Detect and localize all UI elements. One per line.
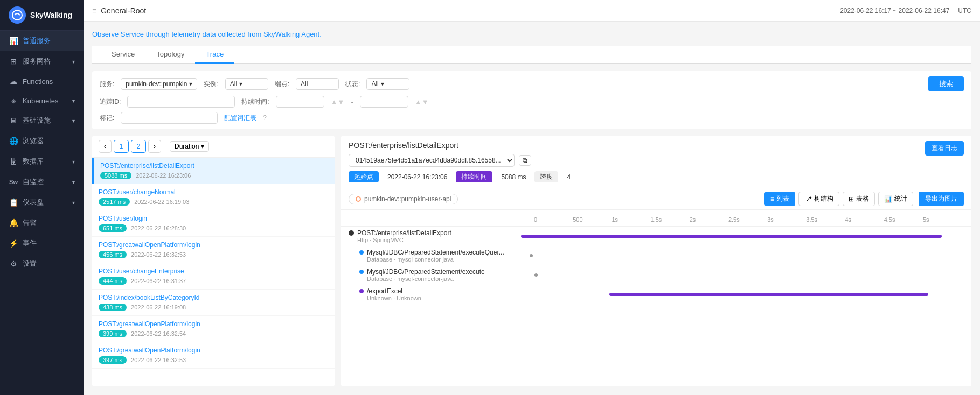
- bell-icon: 🔔: [9, 218, 18, 227]
- view-log-button[interactable]: 查看日志: [925, 141, 964, 156]
- trace-item[interactable]: POST:/user/changeNormal 2517 ms 2022-06-…: [92, 184, 335, 210]
- sidebar-item-alert[interactable]: 🔔 告警: [0, 213, 84, 233]
- trace-badge: 438 ms: [99, 304, 127, 311]
- trace-item-meta: 651 ms 2022-06-22 16:28:30: [99, 224, 328, 232]
- table-view-button[interactable]: ⊞ 表格: [843, 192, 875, 206]
- sidebar-item-label: 事件: [23, 238, 37, 248]
- tab-topology[interactable]: Topology: [145, 46, 195, 64]
- sidebar-logo: SkyWalking: [0, 0, 84, 31]
- help-icon[interactable]: ?: [263, 114, 267, 122]
- dashboard-icon: 📋: [9, 198, 18, 207]
- trace-list-panel: ‹ 1 2 › Duration ▾ POST:/enterprise/list…: [92, 136, 335, 386]
- span-dot-icon: [359, 289, 364, 293]
- service-select[interactable]: pumkin-dev::pumpkin ▾: [121, 78, 197, 90]
- duration-max-input[interactable]: [360, 96, 408, 108]
- sidebar-item-dashboard[interactable]: 📋 仪表盘 ▾: [0, 192, 84, 213]
- span-bar-container: [521, 272, 964, 278]
- trace-id-select[interactable]: 014519ae75fe4d51a1a7ecd4d8a90ddf.85.1655…: [349, 154, 515, 167]
- sidebar-item-general-service[interactable]: 📊 普通服务: [0, 31, 84, 51]
- page-2[interactable]: 2: [131, 140, 146, 153]
- span-info: Mysql/JDBC/PreparedStatement/execute Dat…: [349, 268, 521, 282]
- duration-min-input[interactable]: [276, 96, 324, 108]
- stats-view-button[interactable]: 📊 统计: [878, 192, 913, 206]
- page-title: General-Root: [101, 6, 146, 15]
- ruler-mark-5s: 5s: [923, 216, 962, 223]
- sidebar-item-functions[interactable]: ☁ Functions: [0, 72, 84, 91]
- trace-item[interactable]: POST:/greatwallOpenPlatform/login 397 ms…: [92, 342, 335, 369]
- chevron-down-icon: ▾: [239, 80, 242, 88]
- trace-item[interactable]: POST:/index/bookListByCategoryId 438 ms …: [92, 290, 335, 316]
- ruler-mark-3-5s: 3.5s: [806, 216, 845, 223]
- trace-item-name: POST:/user/changeEnterprise: [99, 267, 328, 275]
- list-view-button[interactable]: ≡ 列表: [764, 192, 795, 206]
- ruler-mark-500: 500: [573, 216, 611, 223]
- tag-label: 标记:: [100, 114, 114, 123]
- sidebar-item-self-monitor[interactable]: Sw 自监控 ▾: [0, 172, 84, 192]
- trace-item[interactable]: POST:/greatwallOpenPlatform/login 456 ms…: [92, 237, 335, 263]
- trace-item[interactable]: POST:/greatwallOpenPlatform/login 399 ms…: [92, 316, 335, 342]
- trace-badge: 651 ms: [99, 224, 127, 232]
- trace-item-meta: 456 ms 2022-06-22 16:32:53: [99, 251, 328, 258]
- trace-item-meta: 438 ms 2022-06-22 16:19:08: [99, 304, 328, 311]
- trace-badge: 5088 ms: [100, 172, 131, 179]
- span-name: Mysql/JDBC/PreparedStatement/executeQuer…: [367, 249, 504, 256]
- sidebar-item-infrastructure[interactable]: 🖥 基础设施 ▾: [0, 110, 84, 131]
- trace-item-name: POST:/greatwallOpenPlatform/login: [99, 320, 328, 328]
- trace-item-name: POST:/greatwallOpenPlatform/login: [99, 241, 328, 249]
- trace-item[interactable]: POST:/user/changeEnterprise 444 ms 2022-…: [92, 263, 335, 290]
- sidebar-item-label: 仪表盘: [23, 198, 44, 207]
- span-row[interactable]: Mysql/JDBC/PreparedStatement/execute Dat…: [341, 265, 971, 285]
- copy-icon[interactable]: ⧉: [519, 155, 531, 166]
- sort-select[interactable]: Duration ▾: [170, 141, 209, 152]
- span-name: POST:/enterprise/listDetailExport: [357, 229, 451, 237]
- filter-row-1: 服务: pumkin-dev::pumpkin ▾ 实例: All ▾ 端点: …: [100, 76, 964, 91]
- span-row[interactable]: /exportExcel Unknown · Unknown: [341, 285, 971, 304]
- tag-input[interactable]: [121, 112, 218, 124]
- toolbar-right: ≡ 列表 ⎇ 树结构 ⊞ 表格: [764, 192, 964, 206]
- breadcrumb-icon: ≡: [92, 6, 96, 15]
- spinner-up-icon-2: ▲▼: [415, 98, 429, 106]
- trace-detail-panel: POST:/enterprise/listDetailExport 014519…: [341, 136, 971, 386]
- endpoint-select[interactable]: All: [296, 78, 339, 90]
- sidebar-item-service-mesh[interactable]: ⊞ 服务网格 ▾: [0, 51, 84, 72]
- chevron-down-icon: ▾: [72, 59, 75, 65]
- trace-item-name: POST:/enterprise/listDetailExport: [100, 162, 328, 170]
- table-icon: ⊞: [849, 195, 854, 203]
- sidebar-item-kubernetes[interactable]: ⎈ Kubernetes ▾: [0, 91, 84, 110]
- k8s-icon: ⎈: [9, 96, 18, 105]
- page-1[interactable]: 1: [114, 140, 129, 153]
- span-dot-icon: [359, 270, 364, 274]
- tab-trace[interactable]: Trace: [195, 46, 234, 64]
- trace-time: 2022-06-22 16:32:53: [131, 251, 186, 258]
- trace-item[interactable]: POST:/enterprise/listDetailExport 5088 m…: [92, 158, 335, 184]
- tree-view-button[interactable]: ⎇ 树结构: [798, 192, 839, 206]
- ruler-mark-1-5s: 1.5s: [651, 216, 690, 223]
- export-button[interactable]: 导出为图片: [919, 192, 964, 206]
- sidebar-item-database[interactable]: 🗄 数据库 ▾: [0, 151, 84, 172]
- trace-id-input[interactable]: [127, 96, 235, 108]
- status-select[interactable]: All ▾: [366, 78, 409, 90]
- config-link[interactable]: 配置词汇表: [224, 114, 256, 123]
- instance-select[interactable]: All ▾: [225, 78, 268, 90]
- sidebar-item-settings[interactable]: ⚙ 设置: [0, 253, 84, 274]
- search-button[interactable]: 搜索: [928, 76, 964, 91]
- tab-service[interactable]: Service: [101, 46, 145, 64]
- trace-badge: 397 ms: [99, 356, 127, 364]
- span-sub: Http · SpringMVC: [349, 237, 515, 243]
- sidebar-item-label: Functions: [23, 77, 53, 86]
- datetime-range: 2022-06-22 16:17 ~ 2022-06-22 16:47: [840, 7, 949, 15]
- page-next-button[interactable]: ›: [148, 140, 161, 153]
- trace-item[interactable]: POST:/user/login 651 ms 2022-06-22 16:28…: [92, 210, 335, 237]
- span-row[interactable]: POST:/enterprise/listDetailExport Http ·…: [341, 227, 971, 246]
- sidebar-item-events[interactable]: ⚡ 事件: [0, 233, 84, 253]
- sidebar-item-browser[interactable]: 🌐 浏览器: [0, 131, 84, 151]
- span-info: /exportExcel Unknown · Unknown: [349, 287, 521, 301]
- trace-item-meta: 397 ms 2022-06-22 16:32:53: [99, 356, 328, 364]
- mesh-icon: ⊞: [9, 57, 18, 66]
- span-row[interactable]: Mysql/JDBC/PreparedStatement/executeQuer…: [341, 246, 971, 265]
- sidebar-item-label: 服务网格: [23, 57, 51, 66]
- span-sub: Unknown · Unknown: [359, 295, 515, 301]
- page-prev-button[interactable]: ‹: [99, 140, 112, 153]
- detail-stats: 起始点 2022-06-22 16:23:06 持续时间 5088 ms 跨度 …: [349, 171, 571, 182]
- trace-badge: 456 ms: [99, 251, 127, 258]
